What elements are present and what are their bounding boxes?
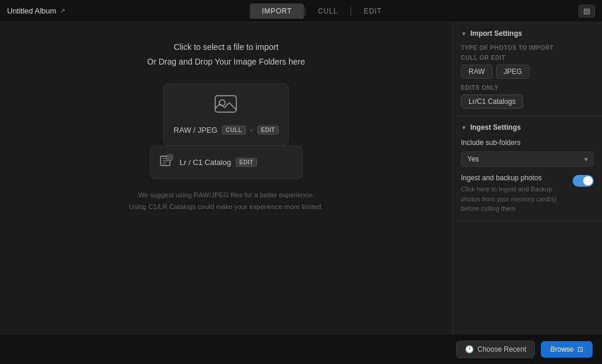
edit-badge: EDIT <box>257 126 279 134</box>
drop-line1: Click to select a file to import <box>147 40 305 55</box>
header-title-group: Untitled Album ↗ <box>7 6 65 15</box>
raw-jpeg-text: RAW / JPEG <box>173 126 218 134</box>
choose-recent-label: Choose Recent <box>477 345 526 353</box>
import-settings-section: ▼ Import Settings Type of photos to impo… <box>453 22 602 116</box>
jpeg-button[interactable]: JPEG <box>496 65 530 79</box>
header: Untitled Album ↗ IMPORT | CULL | EDIT ▤ <box>0 0 602 22</box>
svg-rect-0 <box>215 96 236 112</box>
ingest-settings-section: ▼ Ingest Settings Include sub-folders Ye… <box>453 116 602 221</box>
svg-point-1 <box>219 100 225 106</box>
monitor-icon: ⊡ <box>577 345 583 353</box>
browse-label: Browse <box>550 345 574 353</box>
badge-plus: • <box>250 127 253 134</box>
ingest-backup-toggle[interactable] <box>573 175 594 187</box>
import-settings-header[interactable]: ▼ Import Settings <box>461 29 594 38</box>
bottom-bar: 🕐 Choose Recent Browse ⊡ <box>0 333 602 364</box>
tab-edit[interactable]: EDIT <box>352 4 394 19</box>
ingest-backup-desc: Click here to Ingest and Backup photos f… <box>461 184 567 214</box>
sub-folders-label: Include sub-folders <box>461 139 594 147</box>
raw-jpeg-label-group: RAW / JPEG CULL • EDIT <box>173 126 278 134</box>
drop-line2: Or Drag and Drop Your Image Folders here <box>147 55 305 69</box>
clock-icon: 🕐 <box>465 345 474 353</box>
suggestion-line2: Using C1/LR Catalogs could make your exp… <box>129 201 323 213</box>
sidebar-toggle-button[interactable]: ▤ <box>578 5 595 18</box>
tab-cull[interactable]: CULL <box>306 4 350 19</box>
ingest-settings-header[interactable]: ▼ Ingest Settings <box>461 123 594 132</box>
type-section-label: Type of photos to import <box>461 45 594 51</box>
external-link-icon[interactable]: ↗ <box>60 7 65 15</box>
import-settings-label: Import Settings <box>470 29 522 38</box>
ingest-settings-label: Ingest Settings <box>470 123 521 132</box>
catalog-edit-badge: EDIT <box>236 158 257 167</box>
cull-badge: CULL <box>222 126 246 134</box>
main-layout: Click to select a file to import Or Drag… <box>0 22 602 333</box>
catalog-label-group: Lr / C1 Catalog EDIT <box>180 158 257 167</box>
import-settings-chevron: ▼ <box>461 31 467 37</box>
sidebar-toggle-icon: ▤ <box>583 6 590 15</box>
raw-button[interactable]: RAW <box>461 65 493 79</box>
lr-catalog-button[interactable]: Lr/C1 Catalogs <box>461 95 523 109</box>
album-title: Untitled Album <box>7 6 56 15</box>
header-right: ▤ <box>578 5 595 18</box>
header-tabs: IMPORT | CULL | EDIT <box>250 4 393 19</box>
catalog-import-card[interactable]: Lr / C1 Catalog EDIT <box>150 146 303 179</box>
edits-only-label: EDITS ONLY <box>461 85 594 91</box>
raw-jpeg-import-card[interactable]: RAW / JPEG CULL • EDIT <box>163 83 288 146</box>
sub-folders-select[interactable]: Yes No <box>461 151 594 167</box>
ingest-backup-title: Ingest and backup photos <box>461 174 567 182</box>
cull-or-edit-label: CULL OR EDIT <box>461 55 594 61</box>
choose-recent-button[interactable]: 🕐 Choose Recent <box>456 341 535 358</box>
catalog-icon <box>160 154 173 170</box>
suggestion-line1: We suggest using RAW/JPEG files for a be… <box>129 190 323 201</box>
type-buttons-group: RAW JPEG <box>461 65 594 79</box>
raw-jpeg-icon <box>214 95 238 120</box>
drop-title: Click to select a file to import Or Drag… <box>147 40 305 69</box>
tab-import[interactable]: IMPORT <box>250 4 303 19</box>
ingest-backup-info: Ingest and backup photos Click here to I… <box>461 174 567 214</box>
catalog-text: Lr / C1 Catalog <box>180 158 231 167</box>
browse-button[interactable]: Browse ⊡ <box>541 341 593 358</box>
ingest-backup-row: Ingest and backup photos Click here to I… <box>461 174 594 214</box>
suggestion-text: We suggest using RAW/JPEG files for a be… <box>129 190 323 213</box>
ingest-settings-chevron: ▼ <box>461 124 467 131</box>
svg-rect-3 <box>167 155 172 160</box>
content-area: Click to select a file to import Or Drag… <box>0 22 452 333</box>
sub-folders-select-wrapper: Yes No ▼ <box>461 151 594 167</box>
right-sidebar: ▼ Import Settings Type of photos to impo… <box>452 22 602 333</box>
